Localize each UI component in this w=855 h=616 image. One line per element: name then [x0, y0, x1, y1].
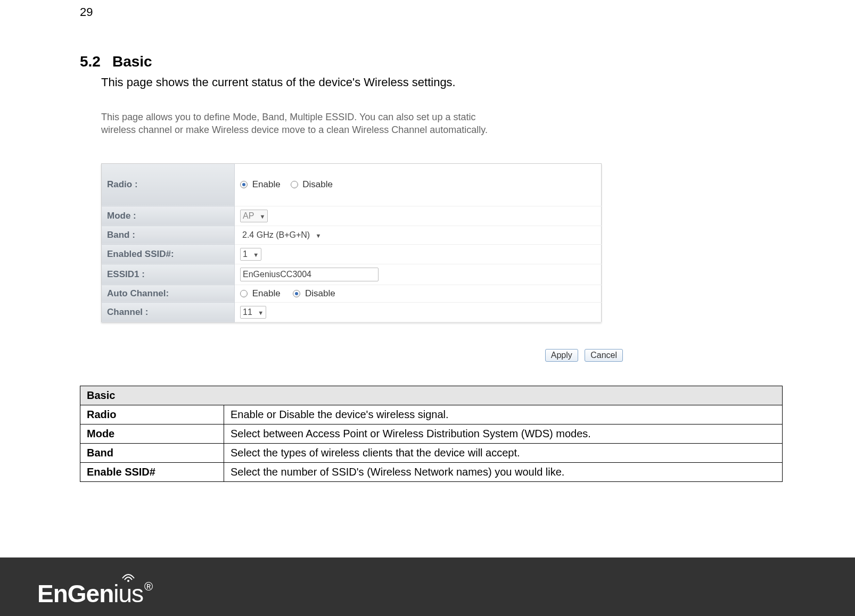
desc-key: Enable SSID#: [80, 462, 224, 481]
footer-bar: EnGenius®: [0, 557, 855, 616]
row-auto-channel: Auto Channel: Enable Disable: [102, 285, 602, 302]
desc-header-row: Basic: [80, 386, 783, 405]
button-row: Apply Cancel: [101, 349, 623, 362]
label-channel: Channel :: [102, 302, 235, 322]
ui-desc-line1: This page allows you to define Mode, Ban…: [101, 112, 475, 122]
radio-disable-label: Disable: [302, 179, 333, 189]
enabled-ssid-value: 1: [243, 249, 248, 259]
cell-channel: 11 ▼: [235, 302, 602, 322]
label-mode: Mode :: [102, 206, 235, 226]
desc-key: Mode: [80, 424, 224, 443]
row-radio: Radio : Enable Disable: [102, 163, 602, 206]
label-essid1: ESSID1 :: [102, 264, 235, 285]
chevron-down-icon: ▼: [253, 252, 259, 258]
apply-button[interactable]: Apply: [545, 349, 578, 362]
cell-band: 2.4 GHz (B+G+N) ▼: [235, 226, 602, 244]
label-radio: Radio :: [102, 163, 235, 206]
chevron-down-icon: ▼: [260, 213, 266, 220]
svg-point-0: [127, 580, 129, 582]
table-row: Radio Enable or Disable the device's wir…: [80, 405, 783, 424]
table-row: Mode Select between Access Point or Wire…: [80, 424, 783, 443]
row-channel: Channel : 11 ▼: [102, 302, 602, 322]
logo-part3: ius: [113, 580, 143, 607]
row-band: Band : 2.4 GHz (B+G+N) ▼: [102, 226, 602, 244]
auto-disable-label: Disable: [305, 288, 335, 298]
channel-select[interactable]: 11 ▼: [240, 306, 266, 319]
mode-select-value: AP: [243, 211, 254, 220]
label-band: Band :: [102, 226, 235, 244]
main-content: 5.2Basic This page shows the current sta…: [80, 53, 783, 482]
cell-enabled-ssid: 1 ▼: [235, 244, 602, 264]
band-select[interactable]: 2.4 GHz (B+G+N) ▼: [240, 229, 324, 241]
page-number: 29: [80, 5, 93, 19]
enabled-ssid-select[interactable]: 1 ▼: [240, 248, 261, 261]
section-intro: This page shows the current status of th…: [101, 76, 783, 89]
chevron-down-icon: ▼: [258, 310, 264, 316]
row-mode: Mode : AP ▼: [102, 206, 602, 226]
band-select-value: 2.4 GHz (B+G+N): [242, 230, 310, 239]
cell-mode: AP ▼: [235, 206, 602, 226]
ui-description: This page allows you to define Mode, Ban…: [101, 111, 591, 137]
table-row: Band Select the types of wireless client…: [80, 443, 783, 462]
wifi-icon: [121, 573, 135, 582]
channel-select-value: 11: [243, 307, 252, 317]
cell-essid1: [235, 264, 602, 285]
logo-part2: Gen: [68, 580, 113, 607]
label-enabled-ssid: Enabled SSID#:: [102, 244, 235, 264]
radio-enable-dot[interactable]: [240, 181, 248, 188]
description-table: Basic Radio Enable or Disable the device…: [80, 386, 783, 482]
engenius-logo: EnGenius®: [37, 579, 152, 608]
auto-enable-label: Enable: [252, 288, 281, 298]
radio-disable-dot[interactable]: [291, 181, 298, 188]
section-number: 5.2: [80, 53, 101, 70]
row-enabled-ssid: Enabled SSID#: 1 ▼: [102, 244, 602, 264]
config-table: Radio : Enable Disable Mode : AP ▼ Band …: [101, 163, 602, 322]
essid1-input[interactable]: [240, 268, 379, 281]
mode-select[interactable]: AP ▼: [240, 210, 268, 222]
label-auto-channel: Auto Channel:: [102, 285, 235, 302]
desc-val: Select between Access Point or Wireless …: [224, 424, 783, 443]
logo-part1: En: [37, 580, 68, 607]
auto-disable-dot[interactable]: [293, 290, 300, 297]
desc-val: Select the number of SSID's (Wireless Ne…: [224, 462, 783, 481]
row-essid1: ESSID1 :: [102, 264, 602, 285]
ui-desc-line2: wireless channel or make Wireless device…: [101, 124, 488, 135]
auto-enable-dot[interactable]: [240, 290, 248, 297]
desc-val: Select the types of wireless clients tha…: [224, 443, 783, 462]
radio-enable-label: Enable: [252, 179, 281, 189]
chevron-down-icon: ▼: [316, 232, 322, 239]
logo-reg: ®: [144, 580, 152, 593]
desc-header: Basic: [80, 386, 783, 405]
desc-val: Enable or Disable the device's wireless …: [224, 405, 783, 424]
section-title: Basic: [112, 53, 152, 70]
cell-auto-channel: Enable Disable: [235, 285, 602, 302]
cancel-button[interactable]: Cancel: [585, 349, 623, 362]
section-heading: 5.2Basic: [80, 53, 783, 70]
table-row: Enable SSID# Select the number of SSID's…: [80, 462, 783, 481]
desc-key: Band: [80, 443, 224, 462]
desc-key: Radio: [80, 405, 224, 424]
cell-radio: Enable Disable: [235, 163, 602, 206]
